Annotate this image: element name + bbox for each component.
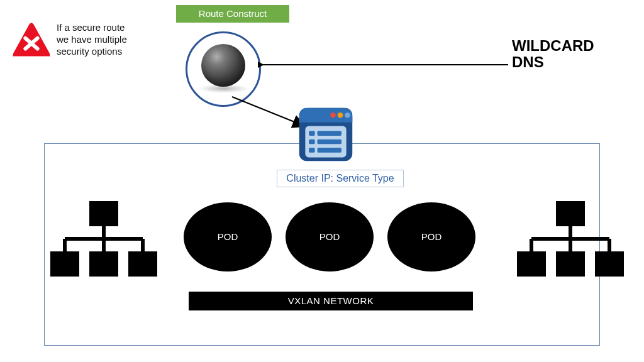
warning-text: If a secure route we have multiple secur…	[57, 22, 157, 57]
pod: POD	[387, 202, 475, 272]
service-icon	[296, 104, 356, 165]
svg-rect-28	[595, 251, 624, 277]
svg-rect-25	[556, 201, 585, 226]
svg-rect-19	[128, 251, 157, 277]
cluster-ip-label: Cluster IP: Service Type	[277, 170, 404, 187]
svg-rect-15	[318, 148, 341, 153]
svg-point-6	[330, 112, 336, 118]
warning-text-line: security options	[57, 46, 122, 57]
svg-rect-14	[309, 148, 315, 153]
pod: POD	[286, 202, 374, 272]
svg-rect-12	[309, 140, 315, 145]
sphere-icon	[201, 44, 245, 87]
pod: POD	[184, 202, 272, 272]
svg-rect-27	[556, 251, 585, 277]
svg-point-7	[338, 112, 343, 118]
svg-rect-17	[50, 251, 79, 277]
warning-text-line: If a secure route	[57, 22, 125, 33]
svg-rect-10	[309, 131, 315, 136]
route-construct-banner: Route Construct	[176, 5, 289, 23]
wildcard-dns-label: WILDCARD DNS	[512, 38, 625, 71]
svg-rect-13	[318, 140, 341, 145]
svg-rect-16	[89, 201, 118, 226]
dns-line: WILDCARD	[512, 37, 594, 54]
dns-line: DNS	[512, 53, 544, 70]
svg-rect-11	[318, 131, 341, 136]
warning-icon	[13, 22, 50, 57]
svg-rect-26	[517, 251, 546, 277]
org-chart-left-icon	[50, 201, 157, 277]
arrow-dns-to-route-icon	[258, 58, 509, 71]
svg-point-8	[345, 112, 350, 118]
vxlan-network-bar: VXLAN NETWORK	[189, 292, 473, 310]
warning-text-line: we have multiple	[57, 34, 127, 45]
org-chart-right-icon	[517, 201, 624, 277]
svg-rect-18	[89, 251, 118, 277]
